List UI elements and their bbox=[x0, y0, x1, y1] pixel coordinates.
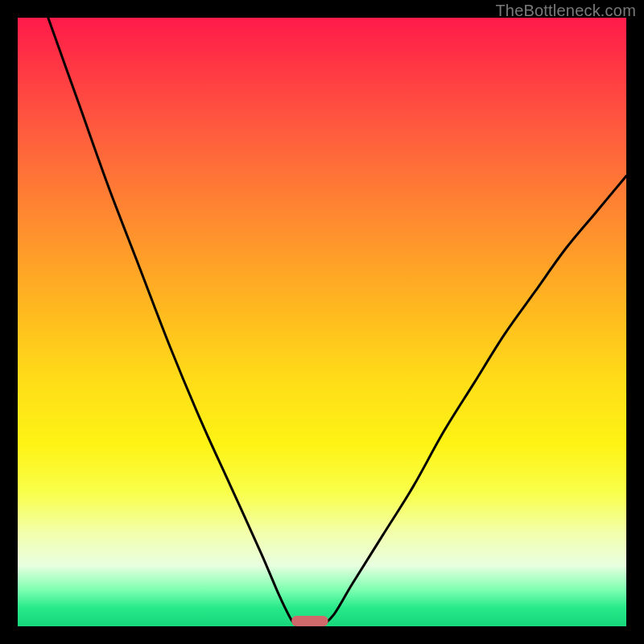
plot-area bbox=[18, 18, 626, 626]
curve-group bbox=[48, 18, 626, 626]
bottleneck-marker bbox=[291, 616, 328, 626]
chart-svg bbox=[18, 18, 626, 626]
chart-frame: TheBottleneck.com bbox=[0, 0, 644, 644]
right-curve bbox=[322, 176, 626, 626]
left-curve bbox=[48, 18, 298, 626]
watermark-text: TheBottleneck.com bbox=[495, 2, 636, 20]
